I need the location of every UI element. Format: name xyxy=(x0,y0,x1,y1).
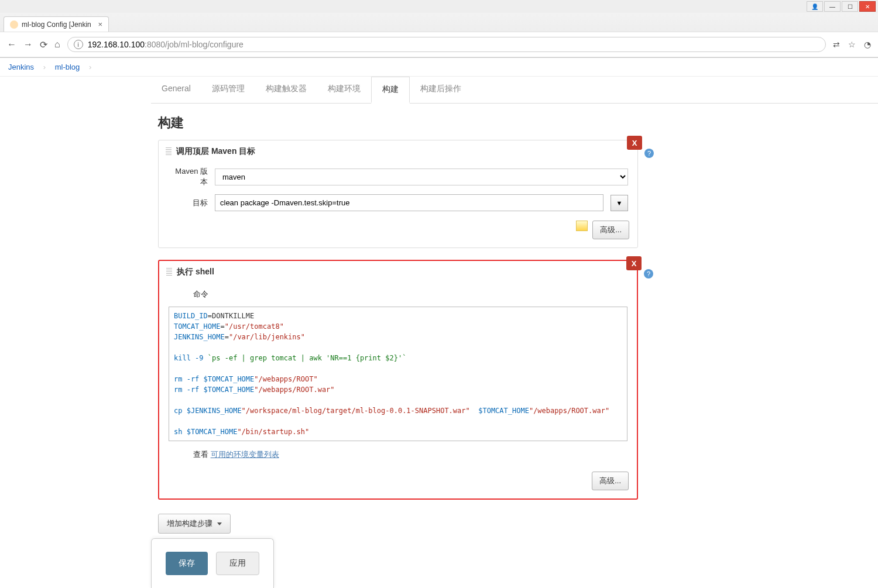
url-host: 192.168.10.100 xyxy=(88,40,145,49)
maven-goals-expand-button[interactable]: ▼ xyxy=(611,195,628,211)
nav-forward-icon[interactable]: → xyxy=(23,39,33,50)
maven-block-title: 调用顶层 Maven 目标 xyxy=(176,146,255,157)
main-panel: General 源码管理 构建触发器 构建环境 构建 构建后操作 构建 X ? … xyxy=(151,77,878,588)
site-info-icon[interactable]: i xyxy=(74,40,83,49)
maven-version-label: Maven 版本 xyxy=(168,166,215,187)
shell-command-label: 命令 xyxy=(169,287,215,300)
build-section-title: 构建 xyxy=(151,104,878,140)
shell-block-title: 执行 shell xyxy=(177,267,214,277)
nav-home-icon[interactable]: ⌂ xyxy=(54,39,60,50)
tab-scm[interactable]: 源码管理 xyxy=(201,77,255,103)
window-maximize-button[interactable]: ☐ xyxy=(842,1,858,12)
help-icon[interactable]: ? xyxy=(644,269,653,278)
breadcrumb-sep-icon: › xyxy=(89,63,91,71)
window-minimize-button[interactable]: — xyxy=(824,1,841,12)
breadcrumb: Jenkins › ml-blog › xyxy=(0,58,878,77)
shell-command-textarea[interactable]: BUILD_ID=DONTKILLME TOMCAT_HOME="/usr/to… xyxy=(169,307,627,441)
maven-block-header[interactable]: 调用顶层 Maven 目标 xyxy=(159,140,637,163)
maven-goals-input[interactable] xyxy=(215,194,603,211)
url-bar[interactable]: i 192.168.10.100:8080/job/ml-blog/config… xyxy=(67,37,826,52)
browser-tab-title: ml-blog Config [Jenkin xyxy=(22,20,91,29)
tab-general[interactable]: General xyxy=(151,77,201,103)
browser-nav-bar: ← → ⟳ ⌂ i 192.168.10.100:8080/job/ml-blo… xyxy=(0,32,878,57)
jenkins-favicon-icon xyxy=(10,20,18,29)
env-vars-prefix: 查看 xyxy=(193,450,211,459)
breadcrumb-root[interactable]: Jenkins xyxy=(8,63,34,71)
apply-button[interactable]: 应用 xyxy=(216,552,259,575)
browser-tab[interactable]: ml-blog Config [Jenkin × xyxy=(4,16,109,32)
tab-build[interactable]: 构建 xyxy=(371,77,410,104)
add-build-step-label: 增加构建步骤 xyxy=(167,518,212,529)
bookmark-star-icon[interactable]: ☆ xyxy=(848,40,856,49)
nav-reload-icon[interactable]: ⟳ xyxy=(40,39,47,50)
drag-handle-icon[interactable] xyxy=(166,268,172,276)
add-build-step-button[interactable]: 增加构建步骤 xyxy=(158,514,231,534)
translate-icon[interactable]: ⇄ xyxy=(833,40,840,49)
maven-advanced-button[interactable]: 高级... xyxy=(592,221,629,239)
tab-post[interactable]: 构建后操作 xyxy=(410,77,472,103)
window-close-button[interactable]: ✕ xyxy=(859,1,876,12)
window-user-icon[interactable]: 👤 xyxy=(807,1,823,12)
note-icon[interactable] xyxy=(576,221,588,231)
extension-icon[interactable]: ◔ xyxy=(864,40,871,49)
maven-goals-label: 目标 xyxy=(168,198,215,208)
shell-build-step: X ? 执行 shell 命令 BUILD_ID=DONTKILLME TOMC… xyxy=(158,260,638,500)
window-controls: 👤 — ☐ ✕ xyxy=(0,0,878,13)
help-icon[interactable]: ? xyxy=(644,149,654,158)
tab-env[interactable]: 构建环境 xyxy=(317,77,371,103)
nav-back-icon[interactable]: ← xyxy=(7,39,16,50)
content-area: General 源码管理 构建触发器 构建环境 构建 构建后操作 构建 X ? … xyxy=(0,77,878,588)
breadcrumb-sep-icon: › xyxy=(43,63,46,71)
env-vars-link[interactable]: 可用的环境变量列表 xyxy=(211,450,279,459)
config-tabs: General 源码管理 构建触发器 构建环境 构建 构建后操作 xyxy=(151,77,878,104)
drag-handle-icon[interactable] xyxy=(166,147,172,156)
maven-build-step: X ? 调用顶层 Maven 目标 Maven 版本 maven 目标 ▼ 高级… xyxy=(158,140,638,248)
save-button[interactable]: 保存 xyxy=(166,552,208,575)
maven-version-select[interactable]: maven xyxy=(215,169,628,185)
tab-triggers[interactable]: 构建触发器 xyxy=(255,77,317,103)
delete-shell-step-button[interactable]: X xyxy=(626,256,642,270)
left-sidebar-spacer xyxy=(0,77,151,588)
tab-strip: ml-blog Config [Jenkin × xyxy=(0,13,878,32)
shell-advanced-button[interactable]: 高级... xyxy=(592,472,629,490)
breadcrumb-job[interactable]: ml-blog xyxy=(55,63,80,71)
shell-block-header[interactable]: 执行 shell xyxy=(159,261,637,283)
delete-maven-step-button[interactable]: X xyxy=(627,136,642,150)
nav-right-icons: ⇄ ☆ ◔ xyxy=(833,40,871,49)
url-path: :8080/job/ml-blog/configure xyxy=(145,40,243,49)
tab-close-icon[interactable]: × xyxy=(98,20,102,29)
sticky-footer: 保存 应用 xyxy=(151,538,274,588)
caret-down-icon xyxy=(217,522,222,525)
env-vars-link-row: 查看 可用的环境变量列表 xyxy=(159,447,637,466)
browser-chrome: 👤 — ☐ ✕ ml-blog Config [Jenkin × ← → ⟳ ⌂… xyxy=(0,0,878,58)
